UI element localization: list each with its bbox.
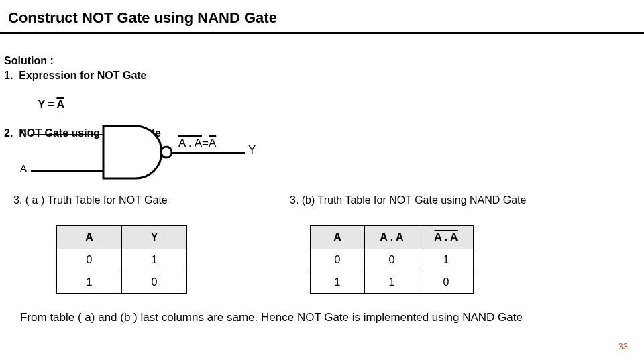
cell: 0	[365, 249, 419, 272]
wire-in-top	[31, 134, 103, 135]
col-header: Y	[122, 226, 187, 249]
col-header: A	[311, 226, 365, 249]
page-title: Construct NOT Gate using NAND Gate	[8, 9, 277, 27]
solution-heading: Solution :	[4, 54, 161, 68]
cell: 0	[419, 272, 474, 294]
gate-output-expression: A . A = A	[178, 137, 216, 150]
section-3a-caption: 3. ( a ) Truth Table for NOT Gate	[13, 194, 168, 206]
table-header-row: A Y	[57, 226, 187, 249]
nand-gate-diagram: A A A . A = A Y	[20, 125, 288, 185]
cell: 1	[311, 272, 365, 294]
cell: 1	[57, 272, 122, 294]
table-row: 1 1 0	[311, 272, 474, 294]
overline-text: A . A	[434, 231, 458, 243]
table-row: 0 0 1	[311, 249, 474, 272]
step-1-equation: Y = A	[4, 82, 161, 126]
eq-rhs-overline: A	[56, 99, 64, 110]
truth-table-nand-not: A A . A A . A 0 0 1 1 1 0	[310, 225, 474, 294]
cell: 0	[122, 272, 187, 294]
eq-lhs: Y =	[38, 99, 56, 110]
cell: 1	[365, 272, 419, 294]
expr-lhs-overline: A . A	[178, 137, 202, 150]
section-3b-caption: 3. (b) Truth Table for NOT Gate using NA…	[290, 194, 526, 206]
col-header: A . A	[365, 226, 419, 249]
table-row: 1 0	[57, 272, 187, 294]
wire-out	[172, 152, 245, 154]
conclusion-text: From table ( a) and (b ) last columns ar…	[20, 311, 523, 324]
input-label-a-top: A	[20, 126, 27, 137]
slide: Construct NOT Gate using NAND Gate Solut…	[0, 0, 644, 362]
nand-gate-icon	[102, 125, 176, 180]
cell: 0	[311, 249, 365, 272]
expr-rhs-overline: A	[209, 137, 216, 150]
expr-equals: =	[202, 137, 209, 150]
cell: 1	[419, 249, 474, 272]
step-1: 1. Expression for NOT Gate	[4, 68, 161, 83]
cell: 1	[122, 249, 187, 272]
table-header-row: A A . A A . A	[311, 226, 474, 249]
table-row: 0 1	[57, 249, 187, 272]
title-underline	[0, 32, 644, 34]
col-header-overline: A . A	[419, 226, 474, 249]
truth-table-not: A Y 0 1 1 0	[56, 225, 187, 294]
wire-in-bottom	[31, 170, 103, 172]
input-label-a-bottom: A	[20, 162, 27, 174]
output-label-y: Y	[248, 143, 256, 157]
page-number: 33	[619, 341, 628, 351]
cell: 0	[57, 249, 122, 272]
svg-point-0	[161, 147, 172, 158]
col-header: A	[57, 226, 122, 249]
